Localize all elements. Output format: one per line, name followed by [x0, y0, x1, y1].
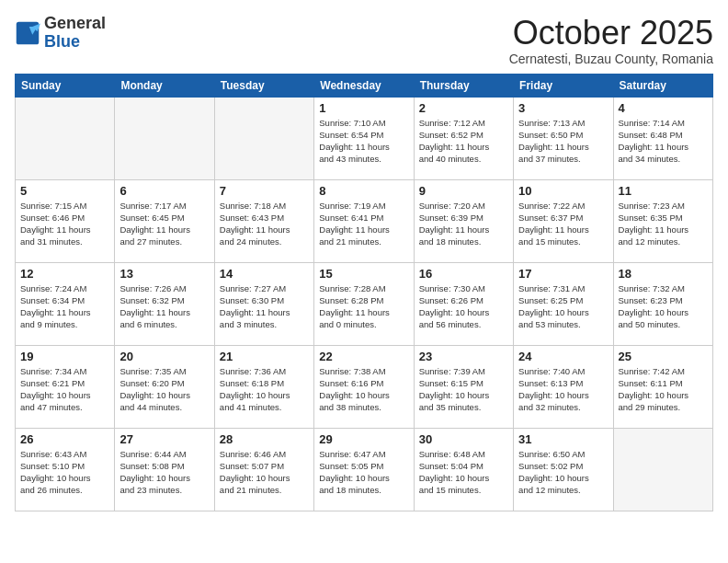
day-detail: Sunrise: 7:39 AM Sunset: 6:15 PM Dayligh…	[419, 365, 508, 414]
day-number: 2	[419, 101, 508, 115]
calendar-day-cell: 17Sunrise: 7:31 AM Sunset: 6:25 PM Dayli…	[514, 262, 613, 345]
calendar-day-cell: 8Sunrise: 7:19 AM Sunset: 6:41 PM Daylig…	[314, 179, 414, 262]
day-number: 22	[319, 350, 408, 363]
day-of-week-header: Thursday	[414, 74, 513, 97]
day-of-week-header: Sunday	[16, 74, 115, 97]
calendar-day-cell: 15Sunrise: 7:28 AM Sunset: 6:28 PM Dayli…	[314, 262, 414, 345]
calendar-week-row: 19Sunrise: 7:34 AM Sunset: 6:21 PM Dayli…	[16, 345, 713, 428]
day-detail: Sunrise: 7:28 AM Sunset: 6:28 PM Dayligh…	[319, 282, 408, 331]
day-number: 18	[619, 267, 708, 281]
title-block: October 2025 Cernatesti, Buzau County, R…	[509, 15, 713, 66]
calendar-day-cell: 29Sunrise: 6:47 AM Sunset: 5:05 PM Dayli…	[314, 428, 414, 511]
day-number: 9	[419, 184, 508, 198]
calendar-day-cell	[613, 428, 712, 511]
calendar-week-row: 12Sunrise: 7:24 AM Sunset: 6:34 PM Dayli…	[16, 262, 713, 345]
calendar-day-cell: 12Sunrise: 7:24 AM Sunset: 6:34 PM Dayli…	[16, 262, 115, 345]
day-detail: Sunrise: 7:15 AM Sunset: 6:46 PM Dayligh…	[20, 200, 109, 248]
day-number: 26	[20, 432, 109, 446]
page-header: General Blue October 2025 Cernatesti, Bu…	[15, 15, 713, 66]
day-number: 8	[319, 184, 408, 198]
day-number: 25	[619, 350, 708, 363]
day-detail: Sunrise: 7:35 AM Sunset: 6:20 PM Dayligh…	[119, 365, 209, 414]
calendar-day-cell: 1Sunrise: 7:10 AM Sunset: 6:54 PM Daylig…	[314, 97, 414, 179]
calendar-day-cell	[115, 97, 214, 179]
day-number: 17	[518, 267, 608, 281]
day-number: 10	[518, 184, 608, 198]
month-title: October 2025	[509, 15, 713, 52]
calendar-day-cell: 26Sunrise: 6:43 AM Sunset: 5:10 PM Dayli…	[16, 428, 115, 511]
calendar-week-row: 26Sunrise: 6:43 AM Sunset: 5:10 PM Dayli…	[16, 428, 713, 511]
day-detail: Sunrise: 7:40 AM Sunset: 6:13 PM Dayligh…	[518, 365, 608, 414]
calendar-day-cell: 20Sunrise: 7:35 AM Sunset: 6:20 PM Dayli…	[115, 345, 214, 428]
calendar-week-row: 5Sunrise: 7:15 AM Sunset: 6:46 PM Daylig…	[16, 179, 713, 262]
day-detail: Sunrise: 7:10 AM Sunset: 6:54 PM Dayligh…	[319, 117, 408, 166]
day-of-week-header: Saturday	[613, 74, 712, 97]
day-detail: Sunrise: 7:18 AM Sunset: 6:43 PM Dayligh…	[220, 200, 309, 248]
day-number: 5	[20, 184, 109, 198]
location-subtitle: Cernatesti, Buzau County, Romania	[509, 52, 713, 66]
day-of-week-header: Friday	[514, 74, 613, 97]
calendar-day-cell: 6Sunrise: 7:17 AM Sunset: 6:45 PM Daylig…	[115, 179, 214, 262]
day-detail: Sunrise: 6:46 AM Sunset: 5:07 PM Dayligh…	[220, 448, 309, 497]
calendar-day-cell: 24Sunrise: 7:40 AM Sunset: 6:13 PM Dayli…	[514, 345, 613, 428]
day-number: 21	[220, 350, 309, 363]
logo: General Blue	[15, 15, 106, 52]
day-of-week-header: Tuesday	[214, 74, 313, 97]
day-number: 24	[518, 350, 608, 363]
calendar-day-cell: 23Sunrise: 7:39 AM Sunset: 6:15 PM Dayli…	[414, 345, 513, 428]
day-detail: Sunrise: 7:17 AM Sunset: 6:45 PM Dayligh…	[119, 200, 209, 248]
day-detail: Sunrise: 7:23 AM Sunset: 6:35 PM Dayligh…	[619, 200, 708, 248]
calendar-day-cell: 14Sunrise: 7:27 AM Sunset: 6:30 PM Dayli…	[214, 262, 313, 345]
day-detail: Sunrise: 7:30 AM Sunset: 6:26 PM Dayligh…	[419, 282, 508, 331]
calendar-day-cell: 27Sunrise: 6:44 AM Sunset: 5:08 PM Dayli…	[115, 428, 214, 511]
calendar-day-cell: 16Sunrise: 7:30 AM Sunset: 6:26 PM Dayli…	[414, 262, 513, 345]
day-detail: Sunrise: 7:26 AM Sunset: 6:32 PM Dayligh…	[119, 282, 209, 331]
day-number: 23	[419, 350, 508, 363]
day-number: 16	[419, 267, 508, 281]
day-detail: Sunrise: 7:42 AM Sunset: 6:11 PM Dayligh…	[619, 365, 708, 414]
day-detail: Sunrise: 7:38 AM Sunset: 6:16 PM Dayligh…	[319, 365, 408, 414]
day-detail: Sunrise: 7:14 AM Sunset: 6:48 PM Dayligh…	[619, 117, 708, 166]
day-detail: Sunrise: 7:19 AM Sunset: 6:41 PM Dayligh…	[319, 200, 408, 248]
calendar-day-cell: 11Sunrise: 7:23 AM Sunset: 6:35 PM Dayli…	[613, 179, 712, 262]
calendar-day-cell: 3Sunrise: 7:13 AM Sunset: 6:50 PM Daylig…	[514, 97, 613, 179]
calendar-day-cell: 25Sunrise: 7:42 AM Sunset: 6:11 PM Dayli…	[613, 345, 712, 428]
day-number: 19	[20, 350, 109, 363]
day-detail: Sunrise: 7:36 AM Sunset: 6:18 PM Dayligh…	[220, 365, 309, 414]
day-number: 30	[419, 432, 508, 446]
calendar-day-cell: 30Sunrise: 6:48 AM Sunset: 5:04 PM Dayli…	[414, 428, 513, 511]
calendar-day-cell: 9Sunrise: 7:20 AM Sunset: 6:39 PM Daylig…	[414, 179, 513, 262]
calendar-day-cell: 19Sunrise: 7:34 AM Sunset: 6:21 PM Dayli…	[16, 345, 115, 428]
day-detail: Sunrise: 7:20 AM Sunset: 6:39 PM Dayligh…	[419, 200, 508, 248]
day-number: 12	[20, 267, 109, 281]
day-number: 1	[319, 101, 408, 115]
calendar-day-cell: 7Sunrise: 7:18 AM Sunset: 6:43 PM Daylig…	[214, 179, 313, 262]
day-number: 14	[220, 267, 309, 281]
day-number: 3	[518, 101, 608, 115]
calendar-table: SundayMondayTuesdayWednesdayThursdayFrid…	[15, 74, 713, 511]
day-detail: Sunrise: 7:24 AM Sunset: 6:34 PM Dayligh…	[20, 282, 109, 331]
day-number: 13	[119, 267, 209, 281]
calendar-day-cell: 13Sunrise: 7:26 AM Sunset: 6:32 PM Dayli…	[115, 262, 214, 345]
day-detail: Sunrise: 6:48 AM Sunset: 5:04 PM Dayligh…	[419, 448, 508, 497]
day-detail: Sunrise: 7:31 AM Sunset: 6:25 PM Dayligh…	[518, 282, 608, 331]
day-detail: Sunrise: 7:27 AM Sunset: 6:30 PM Dayligh…	[220, 282, 309, 331]
calendar-day-cell: 31Sunrise: 6:50 AM Sunset: 5:02 PM Dayli…	[514, 428, 613, 511]
day-detail: Sunrise: 7:34 AM Sunset: 6:21 PM Dayligh…	[20, 365, 109, 414]
logo-icon	[15, 20, 40, 46]
calendar-day-cell: 2Sunrise: 7:12 AM Sunset: 6:52 PM Daylig…	[414, 97, 513, 179]
logo-blue-text: Blue	[44, 32, 80, 51]
day-number: 6	[119, 184, 209, 198]
day-detail: Sunrise: 6:43 AM Sunset: 5:10 PM Dayligh…	[20, 448, 109, 497]
logo-general-text: General	[44, 14, 106, 32]
day-detail: Sunrise: 6:47 AM Sunset: 5:05 PM Dayligh…	[319, 448, 408, 497]
calendar-day-cell: 10Sunrise: 7:22 AM Sunset: 6:37 PM Dayli…	[514, 179, 613, 262]
calendar-day-cell: 28Sunrise: 6:46 AM Sunset: 5:07 PM Dayli…	[214, 428, 313, 511]
day-detail: Sunrise: 7:12 AM Sunset: 6:52 PM Dayligh…	[419, 117, 508, 166]
day-detail: Sunrise: 7:22 AM Sunset: 6:37 PM Dayligh…	[518, 200, 608, 248]
calendar-day-cell: 5Sunrise: 7:15 AM Sunset: 6:46 PM Daylig…	[16, 179, 115, 262]
day-detail: Sunrise: 7:32 AM Sunset: 6:23 PM Dayligh…	[619, 282, 708, 331]
day-of-week-header: Wednesday	[314, 74, 414, 97]
day-number: 7	[220, 184, 309, 198]
day-detail: Sunrise: 6:44 AM Sunset: 5:08 PM Dayligh…	[119, 448, 209, 497]
